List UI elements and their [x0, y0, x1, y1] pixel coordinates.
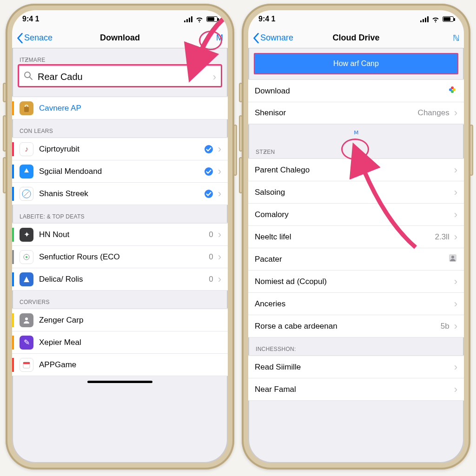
appstore-icon [20, 165, 33, 178]
check-icon [204, 167, 213, 176]
safari-icon [20, 187, 33, 201]
music-icon: ♪ [20, 142, 33, 156]
check-icon [204, 189, 213, 198]
svg-point-0 [25, 72, 30, 78]
chevron-left-icon [253, 33, 259, 43]
app-icon: ✎ [20, 336, 33, 350]
cellular-icon [184, 16, 192, 22]
chevron-right-icon: › [454, 210, 457, 220]
status-time: 9:4 1 [22, 15, 39, 23]
list-item[interactable]: Read Siimille› [248, 356, 464, 378]
chevron-right-icon: › [218, 144, 221, 154]
home-indicator[interactable] [87, 381, 152, 383]
list-item[interactable]: Pacater [248, 248, 464, 270]
row-label: Download [255, 86, 290, 96]
phone-left: 9:4 1 Senace Download M ITƵ [6, 4, 234, 469]
list-item[interactable]: Zenger Carp [12, 309, 228, 331]
photos-icon [447, 85, 457, 97]
svg-point-7 [26, 256, 27, 258]
list-item[interactable]: Senfuctior Rours (ECO 0› [12, 245, 228, 268]
list-item[interactable]: Neeltc lifel2.3ll› [248, 225, 464, 248]
svg-point-3 [205, 167, 213, 176]
row-value: Changes [418, 108, 450, 118]
battery-icon [206, 16, 218, 22]
row-label: Parent Chalego [255, 165, 310, 175]
chevron-left-icon [17, 33, 23, 43]
mute-switch [3, 83, 7, 102]
list-item[interactable]: Nomiest ad (Ccopul)› [248, 270, 464, 292]
battery-icon [443, 16, 454, 22]
list-item[interactable]: Sgciial Mendoand › [12, 160, 228, 182]
status-time: 9:4 1 [258, 15, 275, 23]
list-item[interactable]: Salsoing› [248, 181, 464, 203]
row-value: 0 [209, 275, 213, 284]
wifi-icon [195, 16, 204, 22]
search-row[interactable]: Rear Cadu › [18, 66, 222, 88]
row-label: Xepier Meal [39, 338, 81, 347]
chevron-right-icon: › [454, 187, 457, 198]
svg-line-1 [30, 77, 32, 79]
nav-action[interactable]: ℕ [453, 33, 459, 43]
chevron-right-icon: › [218, 166, 221, 177]
mute-switch [239, 83, 243, 102]
list-item[interactable]: Parent Chalego› [248, 159, 464, 181]
status-bar: 9:4 1 [248, 10, 464, 28]
svg-point-16 [451, 256, 454, 258]
bag-icon [20, 101, 33, 115]
wifi-icon [431, 16, 440, 22]
svg-point-2 [205, 145, 213, 153]
mid-badge[interactable]: ᴍ [354, 128, 359, 136]
screen: 9:4 1 Senace Download M ITƵ [12, 10, 228, 463]
search-text: Rear Cadu [38, 72, 208, 82]
search-icon [24, 71, 33, 83]
row-label: Anceries [255, 299, 285, 309]
row-value: 5b [441, 322, 450, 331]
row-label: Pacater [255, 255, 282, 264]
chevron-right-icon: › [454, 108, 457, 118]
list-item[interactable]: APPGame [12, 353, 228, 376]
list-item[interactable]: Near Famal› [248, 378, 464, 400]
back-button[interactable]: Senace [17, 33, 53, 43]
list-item[interactable]: Comalory› [248, 203, 464, 225]
list-item[interactable]: Rorse a cabe ardeenan5b› [248, 315, 464, 337]
chevron-right-icon: › [454, 165, 457, 175]
list-item[interactable]: Shenisor Changes› [248, 102, 464, 124]
chevron-right-icon: › [454, 321, 457, 331]
svg-point-8 [25, 317, 28, 320]
row-label: Delica/ Rolis [39, 275, 83, 284]
row-label: APPGame [39, 360, 76, 370]
list-item[interactable]: ✎ Xepier Meal [12, 331, 228, 353]
list-item[interactable]: Download [248, 79, 464, 102]
list-item[interactable]: Shanis Streek › [12, 182, 228, 205]
chevron-right-icon: › [218, 252, 221, 262]
app-icon [20, 313, 33, 327]
row-label: Cavnere AP [39, 104, 81, 113]
app-icon [20, 358, 33, 372]
nav-action[interactable]: M [216, 33, 223, 43]
row-cavnere[interactable]: Cavnere AP [12, 97, 228, 119]
back-button[interactable]: Sownare [253, 33, 293, 43]
section-header: STƵEN [248, 146, 464, 158]
row-label: Nomiest ad (Ccopul) [255, 277, 327, 286]
svg-rect-10 [23, 362, 30, 364]
chevron-right-icon: › [454, 362, 457, 372]
list-item[interactable]: Delica/ Rolis 0› [12, 268, 228, 290]
section-header: CON LEARS [12, 119, 228, 137]
status-bar: 9:4 1 [12, 10, 228, 28]
chevron-right-icon: › [218, 230, 221, 240]
row-label: Senfuctior Rours (ECO [39, 252, 120, 262]
banner-button[interactable]: How arf Canp [254, 53, 458, 74]
chevron-right-icon: › [213, 72, 216, 82]
volume-up-button [3, 115, 7, 152]
row-label: Read Siimille [255, 363, 301, 372]
power-button [469, 125, 473, 176]
list-item[interactable]: Anceries› [248, 292, 464, 315]
list-item[interactable]: ♪ Ciprtoyrubit › [12, 138, 228, 160]
svg-point-14 [449, 88, 452, 91]
chevron-right-icon: › [454, 232, 457, 242]
person-icon [448, 253, 457, 265]
list-item[interactable]: ✦ HN Nout 0› [12, 223, 228, 245]
volume-down-button [3, 157, 7, 193]
chevron-right-icon: › [454, 384, 457, 395]
nav-bar: Sownare Cloud Drive ℕ [248, 28, 464, 48]
